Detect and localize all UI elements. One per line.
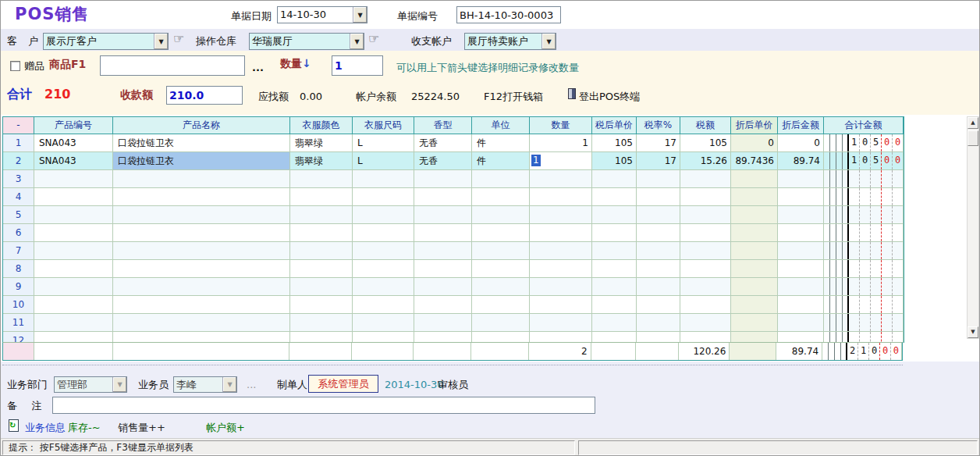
- cell-amount[interactable]: [824, 332, 904, 343]
- doc-number-input[interactable]: [456, 6, 561, 23]
- cell-size[interactable]: L: [353, 134, 414, 152]
- cell-price[interactable]: [592, 332, 637, 343]
- note-input[interactable]: [52, 397, 595, 414]
- vertical-scrollbar[interactable]: ▲ ▼: [967, 116, 979, 339]
- cell-damount[interactable]: [778, 314, 824, 332]
- cell-rate[interactable]: [637, 224, 680, 242]
- cell-rate[interactable]: [637, 170, 680, 188]
- cell-name[interactable]: [113, 278, 290, 296]
- cell-code[interactable]: [34, 314, 113, 332]
- cell-price[interactable]: [592, 224, 637, 242]
- cell-qty[interactable]: 1: [530, 152, 592, 170]
- cell-rate[interactable]: [637, 206, 680, 224]
- logout-button[interactable]: 登出POS终端: [579, 91, 640, 102]
- cell-amount[interactable]: [824, 206, 904, 224]
- cell-name[interactable]: [113, 206, 290, 224]
- cell-amount[interactable]: [824, 278, 904, 296]
- cell-code[interactable]: [34, 224, 113, 242]
- row-number[interactable]: 1: [3, 134, 34, 152]
- customer-lookup-hand-icon[interactable]: ☞: [173, 32, 184, 46]
- cell-dprice[interactable]: 89.7436: [731, 152, 778, 170]
- cell-tax[interactable]: [680, 170, 731, 188]
- cell-unit[interactable]: [472, 296, 530, 314]
- cell-qty[interactable]: [530, 224, 592, 242]
- cell-code[interactable]: [34, 206, 113, 224]
- scroll-up-icon[interactable]: ▲: [968, 117, 978, 129]
- cell-unit[interactable]: [472, 332, 530, 343]
- salesman-combo[interactable]: 李峰 ▼: [173, 376, 237, 393]
- warehouse-lookup-hand-icon[interactable]: ☞: [368, 32, 379, 46]
- cell-unit[interactable]: [472, 314, 530, 332]
- chevron-down-icon[interactable]: ▼: [353, 7, 367, 23]
- cell-scent[interactable]: [414, 188, 472, 206]
- cell-scent[interactable]: 无香: [414, 152, 472, 170]
- gift-checkbox[interactable]: [10, 61, 20, 71]
- cell-price[interactable]: [592, 278, 637, 296]
- cell-dprice[interactable]: [731, 170, 778, 188]
- cell-dprice[interactable]: [731, 206, 778, 224]
- cell-scent[interactable]: [414, 332, 472, 343]
- cell-tax[interactable]: [680, 242, 731, 260]
- cell-size[interactable]: [353, 278, 414, 296]
- cell-rate[interactable]: [637, 242, 680, 260]
- row-number[interactable]: 8: [3, 260, 34, 278]
- row-number[interactable]: 12: [3, 332, 34, 343]
- cell-code[interactable]: [34, 188, 113, 206]
- cell-amount[interactable]: 10500: [824, 152, 904, 170]
- cell-scent[interactable]: [414, 314, 472, 332]
- cell-color[interactable]: [290, 224, 353, 242]
- row-number[interactable]: 3: [3, 170, 34, 188]
- scroll-down-icon[interactable]: ▼: [968, 326, 978, 338]
- cell-price[interactable]: [592, 314, 637, 332]
- qty-input[interactable]: [332, 55, 383, 76]
- cell-qty[interactable]: [530, 296, 592, 314]
- cell-damount[interactable]: [778, 332, 824, 343]
- cell-name[interactable]: [113, 314, 290, 332]
- cell-name[interactable]: [113, 224, 290, 242]
- cell-amount[interactable]: [824, 224, 904, 242]
- cell-name[interactable]: 口袋拉链卫衣: [113, 152, 290, 170]
- cell-tax[interactable]: 105: [680, 134, 731, 152]
- cell-qty[interactable]: [530, 314, 592, 332]
- cell-unit[interactable]: 件: [472, 134, 530, 152]
- cell-tax[interactable]: [680, 188, 731, 206]
- cell-dprice[interactable]: [731, 224, 778, 242]
- cell-size[interactable]: [353, 314, 414, 332]
- cell-code[interactable]: [34, 332, 113, 343]
- salesman-more-button[interactable]: ...: [247, 379, 256, 390]
- cell-qty[interactable]: [530, 206, 592, 224]
- cell-unit[interactable]: [472, 278, 530, 296]
- cell-scent[interactable]: [414, 224, 472, 242]
- row-number[interactable]: 10: [3, 296, 34, 314]
- cell-code[interactable]: SNA043: [34, 152, 113, 170]
- cell-tax[interactable]: [680, 332, 731, 343]
- cell-scent[interactable]: [414, 278, 472, 296]
- cell-tax[interactable]: [680, 206, 731, 224]
- cell-amount[interactable]: [824, 260, 904, 278]
- cell-rate[interactable]: [637, 296, 680, 314]
- cell-amount[interactable]: 10500: [824, 134, 904, 152]
- cell-rate[interactable]: 17: [637, 134, 680, 152]
- cell-name[interactable]: [113, 170, 290, 188]
- cell-tax[interactable]: [680, 278, 731, 296]
- cell-scent[interactable]: [414, 296, 472, 314]
- cell-color[interactable]: [290, 206, 353, 224]
- warehouse-combo[interactable]: 华瑞展厅 ▼: [249, 33, 364, 50]
- cell-price[interactable]: [592, 188, 637, 206]
- cell-dprice[interactable]: [731, 296, 778, 314]
- row-number[interactable]: 9: [3, 278, 34, 296]
- row-number[interactable]: 7: [3, 242, 34, 260]
- chevron-down-icon[interactable]: ▼: [154, 34, 168, 49]
- cell-price[interactable]: 105: [592, 152, 637, 170]
- cell-amount[interactable]: [824, 314, 904, 332]
- cell-size[interactable]: [353, 224, 414, 242]
- cell-color[interactable]: [290, 170, 353, 188]
- cell-unit[interactable]: [472, 260, 530, 278]
- cell-code[interactable]: [34, 260, 113, 278]
- cell-unit[interactable]: [472, 170, 530, 188]
- cell-dprice[interactable]: [731, 188, 778, 206]
- cell-dprice[interactable]: [731, 278, 778, 296]
- row-number[interactable]: 4: [3, 188, 34, 206]
- cell-amount[interactable]: [824, 170, 904, 188]
- cell-color[interactable]: [290, 332, 353, 343]
